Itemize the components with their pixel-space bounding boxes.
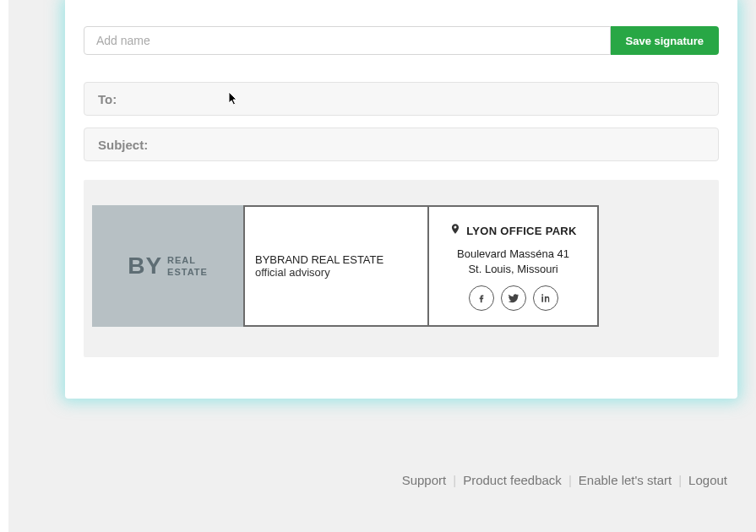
- company-name: BYBRAND REAL ESTATE: [255, 253, 417, 266]
- logout-link[interactable]: Logout: [688, 473, 727, 487]
- signature-name-input[interactable]: [84, 26, 611, 55]
- office-name: LYON OFFICE PARK: [466, 225, 576, 237]
- sep: |: [568, 473, 572, 487]
- logo-line2: ESTATE: [167, 266, 208, 278]
- left-nav-fragment: s es: [0, 0, 8, 532]
- top-row: Save signature: [84, 26, 719, 55]
- company-tagline: official advisory: [255, 266, 417, 279]
- signature-preview: BY REAL ESTATE BYBRAND REAL ESTATE offic…: [84, 180, 719, 357]
- office-row: LYON OFFICE PARK: [449, 221, 576, 240]
- logo-stack: REAL ESTATE: [167, 254, 208, 279]
- signature-table: BY REAL ESTATE BYBRAND REAL ESTATE offic…: [92, 205, 599, 327]
- footer-links: Support | Product feedback | Enable let'…: [402, 473, 727, 487]
- subject-label: Subject:: [98, 138, 148, 152]
- sep: |: [453, 473, 456, 487]
- to-field[interactable]: To:: [84, 82, 719, 116]
- linkedin-icon[interactable]: [533, 285, 558, 311]
- support-link[interactable]: Support: [402, 473, 447, 487]
- product-feedback-link[interactable]: Product feedback: [463, 473, 562, 487]
- main-panel: Save signature To: Subject: BY REAL ESTA…: [65, 0, 737, 399]
- info-cell: BYBRAND REAL ESTATE official advisory: [243, 205, 428, 327]
- twitter-icon[interactable]: [501, 285, 526, 311]
- logo-cell: BY REAL ESTATE: [92, 205, 243, 327]
- enable-lets-start-link[interactable]: Enable let's start: [579, 473, 672, 487]
- logo-line1: REAL: [167, 254, 208, 266]
- to-label: To:: [98, 92, 117, 106]
- address-line-2: St. Louis, Missouri: [468, 262, 557, 277]
- facebook-icon[interactable]: [469, 285, 494, 311]
- map-pin-icon: [449, 221, 461, 240]
- social-row: [469, 285, 558, 311]
- save-signature-button[interactable]: Save signature: [611, 26, 720, 55]
- address-cell: LYON OFFICE PARK Boulevard Masséna 41 St…: [428, 205, 599, 327]
- subject-field[interactable]: Subject:: [84, 128, 719, 161]
- address-line-1: Boulevard Masséna 41: [457, 247, 569, 262]
- logo-prefix: BY: [128, 252, 162, 280]
- sep: |: [678, 473, 682, 487]
